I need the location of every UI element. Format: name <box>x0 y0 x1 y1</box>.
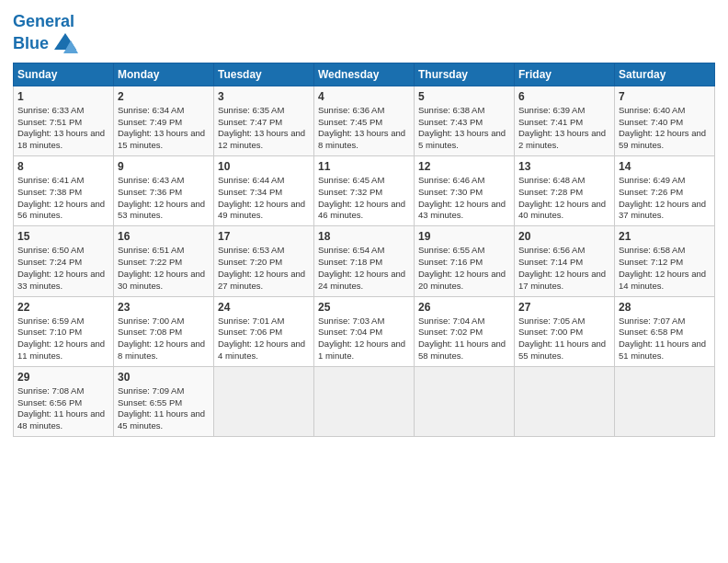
calendar-cell: 22 Sunrise: 6:59 AM Sunset: 7:10 PM Dayl… <box>14 296 114 366</box>
calendar-cell: 25 Sunrise: 7:03 AM Sunset: 7:04 PM Dayl… <box>314 296 415 366</box>
logo-text: General <box>13 13 78 31</box>
day-number: 28 <box>619 301 711 314</box>
col-header-wednesday: Wednesday <box>314 63 415 86</box>
header: General Blue <box>13 9 715 57</box>
day-number: 15 <box>17 230 109 243</box>
day-info: Sunrise: 6:46 AM Sunset: 7:30 PM Dayligh… <box>418 175 510 222</box>
calendar-cell: 9 Sunrise: 6:43 AM Sunset: 7:36 PM Dayli… <box>114 156 214 226</box>
day-number: 24 <box>218 301 310 314</box>
calendar-cell: 5 Sunrise: 6:38 AM Sunset: 7:43 PM Dayli… <box>415 86 515 155</box>
day-info: Sunrise: 6:43 AM Sunset: 7:36 PM Dayligh… <box>118 175 210 222</box>
day-info: Sunrise: 6:59 AM Sunset: 7:10 PM Dayligh… <box>17 316 109 362</box>
calendar-cell: 12 Sunrise: 6:46 AM Sunset: 7:30 PM Dayl… <box>415 156 515 226</box>
day-number: 11 <box>318 160 410 173</box>
day-info: Sunrise: 6:34 AM Sunset: 7:49 PM Dayligh… <box>118 105 210 152</box>
day-number: 10 <box>218 160 310 173</box>
logo-blue: Blue <box>13 35 49 53</box>
logo-general: General <box>13 12 74 30</box>
calendar-cell <box>615 366 715 436</box>
day-number: 21 <box>619 230 711 243</box>
logo-icon <box>52 31 78 57</box>
calendar-cell: 23 Sunrise: 7:00 AM Sunset: 7:08 PM Dayl… <box>114 296 214 366</box>
day-info: Sunrise: 6:45 AM Sunset: 7:32 PM Dayligh… <box>318 175 410 222</box>
col-header-monday: Monday <box>114 63 214 86</box>
col-header-tuesday: Tuesday <box>214 63 314 86</box>
calendar-cell: 20 Sunrise: 6:56 AM Sunset: 7:14 PM Dayl… <box>515 226 615 296</box>
day-number: 6 <box>518 90 610 103</box>
calendar-cell: 27 Sunrise: 7:05 AM Sunset: 7:00 PM Dayl… <box>515 296 615 366</box>
day-number: 18 <box>318 230 410 243</box>
calendar-cell: 28 Sunrise: 7:07 AM Sunset: 6:58 PM Dayl… <box>615 296 715 366</box>
day-number: 7 <box>619 90 711 103</box>
day-info: Sunrise: 6:41 AM Sunset: 7:38 PM Dayligh… <box>17 175 109 222</box>
calendar-cell: 10 Sunrise: 6:44 AM Sunset: 7:34 PM Dayl… <box>214 156 314 226</box>
day-info: Sunrise: 6:50 AM Sunset: 7:24 PM Dayligh… <box>17 245 109 292</box>
calendar-cell <box>214 366 314 436</box>
calendar-cell: 30 Sunrise: 7:09 AM Sunset: 6:55 PM Dayl… <box>114 366 214 436</box>
day-info: Sunrise: 6:40 AM Sunset: 7:40 PM Dayligh… <box>619 105 711 152</box>
day-info: Sunrise: 7:09 AM Sunset: 6:55 PM Dayligh… <box>118 385 210 432</box>
day-number: 1 <box>17 90 109 103</box>
calendar-cell: 3 Sunrise: 6:35 AM Sunset: 7:47 PM Dayli… <box>214 86 314 155</box>
calendar-cell: 2 Sunrise: 6:34 AM Sunset: 7:49 PM Dayli… <box>114 86 214 155</box>
week-row-3: 15 Sunrise: 6:50 AM Sunset: 7:24 PM Dayl… <box>14 226 715 296</box>
col-header-friday: Friday <box>515 63 615 86</box>
day-info: Sunrise: 6:35 AM Sunset: 7:47 PM Dayligh… <box>218 105 310 152</box>
day-info: Sunrise: 7:04 AM Sunset: 7:02 PM Dayligh… <box>418 316 510 362</box>
day-number: 20 <box>518 230 610 243</box>
day-number: 14 <box>619 160 711 173</box>
calendar-cell: 13 Sunrise: 6:48 AM Sunset: 7:28 PM Dayl… <box>515 156 615 226</box>
calendar-cell: 6 Sunrise: 6:39 AM Sunset: 7:41 PM Dayli… <box>515 86 615 155</box>
col-header-sunday: Sunday <box>14 63 114 86</box>
day-number: 13 <box>518 160 610 173</box>
day-number: 16 <box>118 230 210 243</box>
week-row-1: 1 Sunrise: 6:33 AM Sunset: 7:51 PM Dayli… <box>14 86 715 155</box>
main-container: General Blue SundayMondayTuesdayWednesda… <box>0 0 728 444</box>
calendar-cell: 7 Sunrise: 6:40 AM Sunset: 7:40 PM Dayli… <box>615 86 715 155</box>
day-number: 2 <box>118 90 210 103</box>
day-info: Sunrise: 7:07 AM Sunset: 6:58 PM Dayligh… <box>619 316 711 362</box>
col-header-saturday: Saturday <box>615 63 715 86</box>
calendar-cell: 18 Sunrise: 6:54 AM Sunset: 7:18 PM Dayl… <box>314 226 415 296</box>
day-info: Sunrise: 6:51 AM Sunset: 7:22 PM Dayligh… <box>118 245 210 292</box>
day-number: 9 <box>118 160 210 173</box>
day-number: 4 <box>318 90 410 103</box>
day-info: Sunrise: 7:05 AM Sunset: 7:00 PM Dayligh… <box>518 316 610 362</box>
day-info: Sunrise: 6:56 AM Sunset: 7:14 PM Dayligh… <box>518 245 610 292</box>
week-row-2: 8 Sunrise: 6:41 AM Sunset: 7:38 PM Dayli… <box>14 156 715 226</box>
day-info: Sunrise: 7:03 AM Sunset: 7:04 PM Dayligh… <box>318 316 410 362</box>
day-info: Sunrise: 6:38 AM Sunset: 7:43 PM Dayligh… <box>418 105 510 152</box>
day-number: 25 <box>318 301 410 314</box>
calendar-cell: 17 Sunrise: 6:53 AM Sunset: 7:20 PM Dayl… <box>214 226 314 296</box>
day-number: 27 <box>518 301 610 314</box>
day-number: 26 <box>418 301 510 314</box>
day-info: Sunrise: 6:48 AM Sunset: 7:28 PM Dayligh… <box>518 175 610 222</box>
day-info: Sunrise: 7:01 AM Sunset: 7:06 PM Dayligh… <box>218 316 310 362</box>
calendar-cell: 19 Sunrise: 6:55 AM Sunset: 7:16 PM Dayl… <box>415 226 515 296</box>
calendar-table: SundayMondayTuesdayWednesdayThursdayFrid… <box>13 63 715 437</box>
day-info: Sunrise: 7:08 AM Sunset: 6:56 PM Dayligh… <box>17 385 109 432</box>
day-info: Sunrise: 7:00 AM Sunset: 7:08 PM Dayligh… <box>118 316 210 362</box>
day-info: Sunrise: 6:55 AM Sunset: 7:16 PM Dayligh… <box>418 245 510 292</box>
calendar-cell: 4 Sunrise: 6:36 AM Sunset: 7:45 PM Dayli… <box>314 86 415 155</box>
day-number: 29 <box>17 371 109 384</box>
day-info: Sunrise: 6:39 AM Sunset: 7:41 PM Dayligh… <box>518 105 610 152</box>
day-number: 23 <box>118 301 210 314</box>
day-info: Sunrise: 6:58 AM Sunset: 7:12 PM Dayligh… <box>619 245 711 292</box>
day-number: 30 <box>118 371 210 384</box>
calendar-cell: 11 Sunrise: 6:45 AM Sunset: 7:32 PM Dayl… <box>314 156 415 226</box>
day-info: Sunrise: 6:36 AM Sunset: 7:45 PM Dayligh… <box>318 105 410 152</box>
day-number: 19 <box>418 230 510 243</box>
calendar-cell <box>515 366 615 436</box>
calendar-cell <box>415 366 515 436</box>
day-number: 3 <box>218 90 310 103</box>
day-info: Sunrise: 6:54 AM Sunset: 7:18 PM Dayligh… <box>318 245 410 292</box>
calendar-cell: 26 Sunrise: 7:04 AM Sunset: 7:02 PM Dayl… <box>415 296 515 366</box>
week-row-4: 22 Sunrise: 6:59 AM Sunset: 7:10 PM Dayl… <box>14 296 715 366</box>
day-info: Sunrise: 6:33 AM Sunset: 7:51 PM Dayligh… <box>17 105 109 152</box>
week-row-5: 29 Sunrise: 7:08 AM Sunset: 6:56 PM Dayl… <box>14 366 715 436</box>
calendar-cell <box>314 366 415 436</box>
calendar-cell: 29 Sunrise: 7:08 AM Sunset: 6:56 PM Dayl… <box>14 366 114 436</box>
day-number: 17 <box>218 230 310 243</box>
col-header-thursday: Thursday <box>415 63 515 86</box>
